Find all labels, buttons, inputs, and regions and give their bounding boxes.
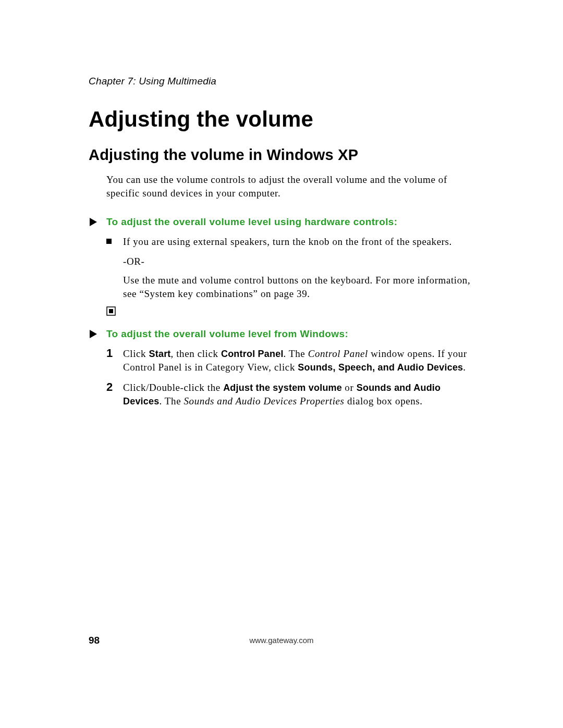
page-number: 98 <box>89 635 100 646</box>
end-of-procedure-icon <box>106 306 474 316</box>
svg-marker-0 <box>90 218 97 226</box>
text-run: . The <box>284 348 308 359</box>
bold-term: Start <box>149 349 171 359</box>
heading-2: Adjusting the volume in Windows XP <box>89 146 474 164</box>
bullet-text: If you are using external speakers, turn… <box>123 235 452 249</box>
bold-term: Adjust the system volume <box>223 382 342 393</box>
bold-term: Sounds, Speech, and Audio Devices <box>298 362 463 373</box>
bullet-row: If you are using external speakers, turn… <box>106 235 474 249</box>
step-number: 2 <box>106 381 121 393</box>
text-run: . <box>463 362 466 373</box>
procedure-heading: To adjust the overall volume level using… <box>106 216 398 228</box>
procedure-heading-row: To adjust the overall volume level from … <box>89 328 474 340</box>
text-run: . The <box>159 396 183 406</box>
numbered-step: 1Click Start, then click Control Panel. … <box>106 347 474 374</box>
chapter-label: Chapter 7: Using Multimedia <box>89 76 474 87</box>
procedure-heading: To adjust the overall volume level from … <box>106 328 348 340</box>
italic-term: Control Panel <box>308 348 368 359</box>
after-or-text: Use the mute and volume control buttons … <box>123 274 474 300</box>
procedure-block-1: To adjust the overall volume level using… <box>89 216 474 316</box>
svg-marker-3 <box>90 330 97 338</box>
text-run: dialog box opens. <box>345 396 423 406</box>
svg-rect-2 <box>109 309 113 313</box>
square-bullet-icon <box>106 239 112 244</box>
play-arrow-icon <box>89 329 99 339</box>
bold-term: Control Panel <box>221 349 284 359</box>
text-run: Click/Double-click the <box>123 382 223 393</box>
numbered-step: 2Click/Double-click the Adjust the syste… <box>106 381 474 408</box>
text-run: or <box>342 382 357 393</box>
intro-paragraph: You can use the volume controls to adjus… <box>106 173 474 200</box>
page-content: Chapter 7: Using Multimedia Adjusting th… <box>0 0 563 408</box>
play-arrow-icon <box>89 217 99 227</box>
text-run: , then click <box>171 348 221 359</box>
numbered-steps: 1Click Start, then click Control Panel. … <box>89 347 474 408</box>
procedure-heading-row: To adjust the overall volume level using… <box>89 216 474 228</box>
page-footer: 98 www.gateway.com <box>0 636 563 645</box>
or-separator: -OR- <box>123 256 474 267</box>
heading-1: Adjusting the volume <box>89 107 474 132</box>
footer-url: www.gateway.com <box>249 636 313 645</box>
italic-term: Sounds and Audio Devices Properties <box>184 396 345 406</box>
text-run: Click <box>123 348 149 359</box>
step-text: Click/Double-click the Adjust the system… <box>123 381 474 408</box>
step-number: 1 <box>106 347 121 360</box>
procedure-block-2: To adjust the overall volume level from … <box>89 328 474 408</box>
step-text: Click Start, then click Control Panel. T… <box>123 347 474 374</box>
